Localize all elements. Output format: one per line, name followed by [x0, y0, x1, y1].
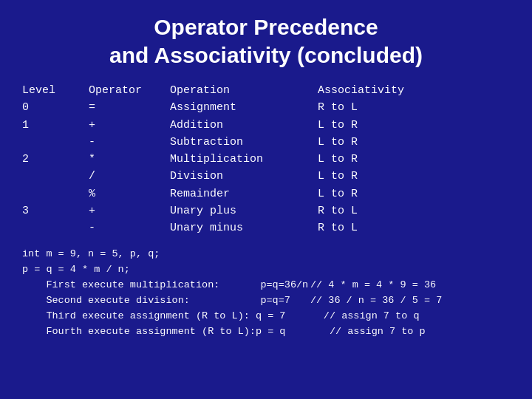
code-line3-comment: // 4 * m = 4 * 9 = 36 — [310, 278, 436, 293]
code-line1: int m = 9, n = 5, p, q; — [22, 247, 510, 262]
row-3-operation: Multiplication — [170, 151, 318, 168]
table-grid: Level Operator Operation Associativity 0… — [22, 82, 510, 236]
row-2-op: - — [89, 134, 170, 151]
row-6-level: 3 — [22, 202, 89, 219]
page-title: Operator Precedence and Associativity (c… — [22, 13, 510, 69]
row-4-assoc: L to R — [318, 168, 480, 185]
row-7-operation: Unary minus — [170, 219, 318, 236]
row-5-operation: Remainder — [170, 185, 318, 202]
col-header-operation: Operation — [170, 82, 318, 99]
code-line4-row: Second execute division: p=q=7 // 36 / n… — [22, 293, 510, 309]
row-6-op: + — [89, 202, 170, 219]
row-0-level: 0 — [22, 99, 89, 116]
row-7-op: - — [89, 219, 170, 236]
main-container: Operator Precedence and Associativity (c… — [0, 0, 532, 399]
code-line2: p = q = 4 * m / n; — [22, 262, 510, 278]
row-1-level: 1 — [22, 117, 89, 134]
code-line3-val: p=q=36/n — [236, 278, 310, 293]
code-line4-label: Second execute division: — [22, 293, 236, 309]
code-line5-label: Third execute assignment (R to L): — [22, 309, 250, 324]
row-7-level — [22, 219, 89, 236]
col-header-level: Level — [22, 82, 89, 99]
row-7-assoc: R to L — [318, 219, 480, 236]
code-line4-comment: // 36 / n = 36 / 5 = 7 — [310, 293, 442, 309]
row-1-assoc: L to R — [318, 117, 480, 134]
row-0-assoc: R to L — [318, 99, 480, 116]
row-2-assoc: L to R — [318, 134, 480, 151]
row-4-operation: Division — [170, 168, 318, 185]
row-0-op: = — [89, 99, 170, 116]
code-line6-label: Fourth execute assignment (R to L): — [22, 324, 256, 340]
row-6-operation: Unary plus — [170, 202, 318, 219]
code-line3-row: First execute multiplication: p=q=36/n /… — [22, 278, 510, 293]
row-5-assoc: L to R — [318, 185, 480, 202]
operator-table: Level Operator Operation Associativity 0… — [22, 82, 510, 236]
row-3-level: 2 — [22, 151, 89, 168]
row-1-op: + — [89, 117, 170, 134]
row-3-assoc: L to R — [318, 151, 480, 168]
code-line6-row: Fourth execute assignment (R to L): p = … — [22, 324, 510, 340]
row-5-level — [22, 185, 89, 202]
title-line2: and Associativity (concluded) — [22, 41, 510, 69]
row-4-op: / — [89, 168, 170, 185]
row-4-level — [22, 168, 89, 185]
code-line6-val: p = q — [256, 324, 330, 340]
row-1-operation: Addition — [170, 117, 318, 134]
row-2-operation: Subtraction — [170, 134, 318, 151]
row-2-level — [22, 134, 89, 151]
col-header-assoc: Associativity — [318, 82, 480, 99]
row-5-op: % — [89, 185, 170, 202]
title-line1: Operator Precedence — [22, 13, 510, 41]
code-line6-comment: // assign 7 to p — [330, 324, 426, 340]
row-6-assoc: R to L — [318, 202, 480, 219]
code-section: int m = 9, n = 5, p, q; p = q = 4 * m / … — [22, 247, 510, 340]
code-line5-val: q = 7 — [250, 309, 324, 324]
code-line5-row: Third execute assignment (R to L): q = 7… — [22, 309, 510, 324]
code-line3-label: First execute multiplication: — [22, 278, 236, 293]
row-3-op: * — [89, 151, 170, 168]
col-header-operator: Operator — [89, 82, 170, 99]
code-line4-val: p=q=7 — [236, 293, 310, 309]
code-line5-comment: // assign 7 to q — [324, 309, 420, 324]
row-0-operation: Assignment — [170, 99, 318, 116]
